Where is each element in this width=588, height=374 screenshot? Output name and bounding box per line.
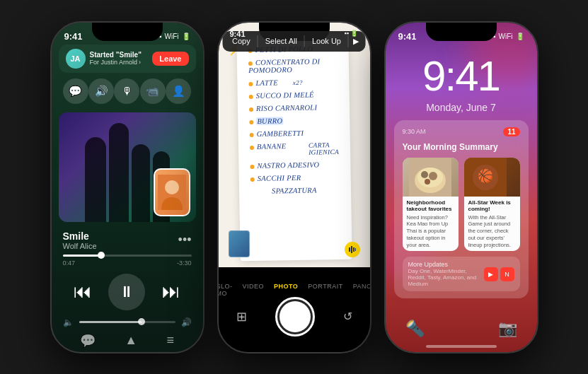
phone-1: 9:41 ▪▪▪ WiFi 🔋 JA Started "Smile" For J… [50, 21, 204, 353]
notification-cards: Neighborhood takeout favorites Need insp… [403, 158, 520, 252]
phones-container: 9:41 ▪▪▪ WiFi 🔋 JA Started "Smile" For J… [43, 14, 546, 361]
volume-fill [79, 321, 142, 323]
list-item-7: GAMBERETTI [249, 128, 338, 137]
card-2-image: 🏀 [464, 158, 520, 197]
progress-bar[interactable] [63, 255, 192, 257]
phone3-notch [426, 23, 497, 41]
notification-card-2[interactable]: 🏀 All-Star Week is coming! With the All-… [464, 158, 520, 252]
card-2-text: All-Star Week is coming! With the All-St… [464, 197, 520, 252]
song-title-artist: Smile Wolf Alice [63, 230, 97, 250]
queue-icon[interactable]: ≡ [166, 333, 174, 348]
shutter-button[interactable] [275, 297, 315, 337]
list-item-6: BURRO [249, 115, 338, 124]
photo-mode[interactable]: PHOTO [274, 283, 298, 297]
speaker-button[interactable]: 🔊 [88, 78, 114, 104]
list-item-4: SUCCO DI MELÉ [248, 90, 338, 99]
svg-point-9 [421, 171, 428, 178]
progress-thumb[interactable] [98, 252, 105, 259]
call-info: JA Started "Smile" For Justin Arnold › [66, 49, 142, 69]
more-options-button[interactable]: ••• [178, 233, 192, 247]
more-updates-text-block: More Updates Day One, WaterMinder, Reddi… [408, 261, 484, 287]
lock-screen-time: 9:41 [386, 52, 537, 100]
portrait-mode[interactable]: PORTRAIT [308, 283, 342, 297]
list-item-11: SPAZZATURA [250, 185, 339, 194]
svg-point-11 [425, 179, 430, 185]
volume-thumb[interactable] [138, 318, 145, 325]
call-text: Started "Smile" For Justin Arnold › [90, 51, 142, 66]
list-item-10: SACCHI PER [250, 173, 339, 182]
list-item-9: NASTRO ADESIVO [250, 160, 339, 169]
shutter-inner [279, 301, 311, 332]
facetime-thumbnail[interactable] [154, 168, 190, 216]
album-art [59, 112, 196, 222]
message-button[interactable]: 💬 [63, 78, 88, 104]
news-app-icon: N [500, 267, 514, 281]
svg-rect-2 [349, 247, 350, 252]
figure-1 [85, 137, 106, 222]
bottom-bar: 💬 ▲ ≡ [52, 329, 203, 352]
call-started-label: Started "Smile" [90, 51, 142, 59]
phone2-time: 9:41 [230, 30, 246, 38]
pause-button[interactable]: ⏸ [108, 274, 145, 310]
phone2-power-button[interactable] [370, 93, 371, 132]
call-controls: 💬 🔊 🎙 📹 👤 [52, 73, 203, 110]
caller-avatar: JA [66, 49, 86, 69]
camera-button[interactable]: 📹 [140, 78, 166, 104]
svg-point-1 [165, 180, 179, 194]
status-time: 9:41 [64, 31, 83, 42]
card-1-image [403, 158, 459, 197]
song-artist: Wolf Alice [63, 242, 97, 250]
home-indicator[interactable] [426, 345, 497, 348]
more-updates-section[interactable]: More Updates Day One, WaterMinder, Reddi… [403, 257, 520, 291]
person-button[interactable]: 👤 [166, 78, 191, 104]
gallery-button[interactable]: ⊞ [236, 309, 247, 325]
song-info: Smile Wolf Alice ••• [52, 225, 203, 253]
phone3-status-time: 9:41 [398, 31, 417, 42]
card-1-desc: Need inspiration? Kea Mao from Up Thai i… [407, 214, 454, 249]
svg-rect-4 [353, 247, 354, 252]
slo-mo-mode[interactable]: SLO-MO [219, 283, 233, 297]
skip-forward-button[interactable]: ⏭ [162, 281, 180, 303]
phone1-screen: 9:41 ▪▪▪ WiFi 🔋 JA Started "Smile" For J… [52, 23, 203, 352]
flip-camera-button[interactable]: ↺ [343, 310, 352, 323]
notification-header: 9:30 AM 11 [403, 127, 520, 136]
call-banner: JA Started "Smile" For Justin Arnold › L… [59, 45, 196, 73]
more-updates-desc: Day One, WaterMinder, Reddit, Tasty, Ama… [408, 268, 484, 287]
list-item-8: BANANECARTAIGIENICA [249, 141, 338, 156]
volume-low-icon: 🔈 [63, 317, 74, 327]
mic-button[interactable]: 🎙 [114, 78, 139, 104]
shutter-controls: ⊞ ↺ [219, 297, 370, 337]
live-text-badge[interactable] [345, 242, 360, 257]
lock-screen-bottom: 🔦 📷 [386, 320, 537, 338]
messages-icon[interactable]: 💬 [80, 333, 96, 349]
song-title: Smile [63, 230, 97, 242]
svg-rect-5 [355, 248, 356, 251]
notification-time: 9:30 AM [403, 128, 426, 135]
leave-button[interactable]: Leave [152, 52, 188, 66]
rewind-button[interactable]: ⏮ [74, 281, 92, 303]
volume-bar[interactable] [79, 321, 175, 323]
morning-summary-notification[interactable]: 9:30 AM 11 Your Morning Summary [394, 120, 529, 299]
phone-3: 9:41 ▪▪▪ WiFi 🔋 9:41 Monday, June 7 9:30… [384, 21, 538, 353]
battery-indicator: 🔋 [516, 33, 524, 40]
phone2-status-bar: 9:41 ▪▪ 🔋 [219, 30, 370, 38]
battery-icon: 🔋 [182, 33, 190, 40]
list-item-5: RISO CARNAROLI [248, 103, 338, 112]
flashlight-icon[interactable]: 🔦 [405, 320, 425, 338]
notification-card-1[interactable]: Neighborhood takeout favorites Need insp… [403, 158, 459, 252]
photo-thumbnail[interactable] [229, 230, 250, 257]
airplay-icon[interactable]: ▲ [125, 333, 137, 348]
lock-screen-date: Monday, June 7 [386, 102, 537, 113]
camera-icon[interactable]: 📷 [498, 320, 517, 338]
progress-section[interactable] [52, 253, 203, 258]
card-2-title: All-Star Week is coming! [468, 199, 516, 213]
video-mode[interactable]: VIDEO [242, 283, 264, 297]
phone3-power-button[interactable] [537, 93, 538, 132]
list-item-3: LATTE x2? [248, 77, 338, 86]
power-button[interactable] [203, 93, 204, 132]
wifi-indicator: WiFi [499, 33, 513, 40]
phone-2: 9:41 ▪▪ 🔋 ⚡ ⌃ Copy Select All Look Up ▶ … [217, 21, 371, 353]
pano-mode[interactable]: PANO [353, 283, 370, 297]
notch [92, 23, 163, 41]
list-item-2: CONCENTRATO DI POMODORO [248, 57, 337, 74]
